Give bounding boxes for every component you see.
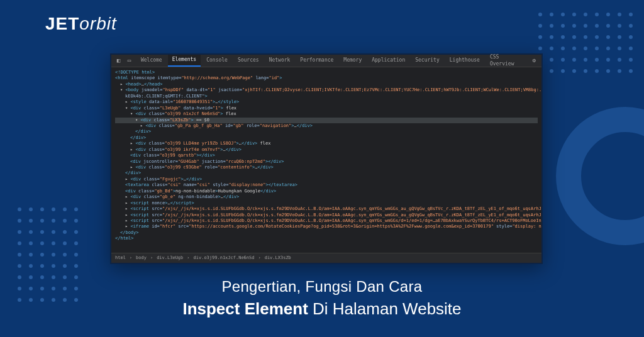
code-line[interactable]: ▸ <script nonce>…</script> bbox=[115, 201, 538, 206]
breadcrumb-separator: › bbox=[258, 255, 260, 261]
code-line[interactable]: ▸ <head>…</head> bbox=[115, 82, 538, 87]
caption-rest: Di Halaman Website bbox=[308, 299, 462, 318]
code-line[interactable]: </div> bbox=[115, 135, 538, 141]
devtools-tab-welcome[interactable]: Welcome bbox=[136, 55, 167, 67]
devtools-breadcrumb[interactable]: html › body › div.L3eUgb › div.o3j99.n1x… bbox=[111, 253, 541, 263]
code-line[interactable]: ▸ <iframe id="hfcr" src="https://account… bbox=[115, 224, 538, 229]
devtools-tab-lighthouse[interactable]: Lighthouse bbox=[445, 55, 484, 67]
code-line[interactable]: ▾ <body jsmodel="hspDDf" data-dt="1" jsa… bbox=[115, 87, 538, 93]
code-line[interactable]: ▸ <script src="/xjs/_/js/k=xjs.s.id.SLUF… bbox=[115, 213, 538, 218]
code-line[interactable]: <html itemscope itemtype="http://schema.… bbox=[115, 75, 538, 81]
devtools-tabbar: ◧ ▭ WelcomeElementsConsoleSourcesNetwork… bbox=[111, 55, 541, 67]
code-line[interactable]: ▸ <div class="o3j99 ikrT4e om7nvf">…</di… bbox=[115, 147, 538, 153]
code-line[interactable]: ▾ <div class="L3eUgb" data-hveid="1"> fl… bbox=[115, 106, 538, 111]
code-line[interactable]: ▸ <div class="gb_Pa gb_f gb_Ha" id="gb" … bbox=[115, 123, 538, 129]
devtools-tab-css-overview[interactable]: CSS Overview bbox=[486, 55, 528, 67]
code-line[interactable]: ▾ <div class="o3j99 n1xJcf Ne6nSd"> flex bbox=[115, 111, 538, 117]
code-line[interactable]: </body> bbox=[115, 230, 538, 236]
breadcrumb-item[interactable]: html bbox=[115, 255, 126, 261]
code-line[interactable]: ▸ <style data-iml="1660708649351">…</sty… bbox=[115, 99, 538, 105]
code-line[interactable]: <div class="o3j99 qarstb"></div> bbox=[115, 153, 538, 158]
code-line[interactable]: </html> bbox=[115, 236, 538, 241]
caption-strong: Inspect Element bbox=[182, 299, 308, 318]
devtools-tab-sources[interactable]: Sources bbox=[233, 55, 264, 67]
devtools-tab-console[interactable]: Console bbox=[202, 55, 232, 67]
logo-part2: orbit bbox=[79, 14, 116, 33]
logo-part1: JET bbox=[45, 14, 79, 33]
code-line[interactable]: <!DOCTYPE html> bbox=[115, 70, 538, 75]
breadcrumb-separator: › bbox=[130, 255, 132, 261]
devtools-window: ◧ ▭ WelcomeElementsConsoleSourcesNetwork… bbox=[110, 53, 543, 264]
device-toggle-icon[interactable]: ▭ bbox=[125, 56, 134, 66]
devtools-tab-memory[interactable]: Memory bbox=[339, 55, 366, 67]
breadcrumb-separator: › bbox=[187, 255, 189, 261]
devtools-tab-elements[interactable]: Elements bbox=[168, 55, 201, 67]
code-line[interactable]: <div class="gb_Bd">ng-non-bindable>Hubun… bbox=[115, 189, 538, 194]
code-line[interactable]: kEOk4b:.CLIENT;qGMTIf:.CLIENT"> bbox=[115, 94, 538, 99]
devtools-tab-application[interactable]: Application bbox=[367, 55, 409, 67]
breadcrumb-separator: › bbox=[150, 255, 153, 261]
ring-decoration bbox=[556, 107, 644, 245]
code-line[interactable]: </div> bbox=[115, 129, 538, 135]
caption: Pengertian, Fungsi Dan Cara Inspect Elem… bbox=[0, 278, 644, 319]
code-line[interactable]: ▸ <div class="o3j99 c93Gbe" role="conten… bbox=[115, 165, 538, 170]
brand-logo: JETorbit bbox=[45, 14, 117, 34]
breadcrumb-item[interactable]: div.LX3sZb bbox=[265, 255, 291, 261]
inspect-icon[interactable]: ◧ bbox=[114, 56, 123, 66]
code-line[interactable]: ▸ <div class="o3j99 LLD4me yr19Zb LS8OJ"… bbox=[115, 141, 538, 146]
caption-line2: Inspect Element Di Halaman Website bbox=[0, 299, 644, 319]
breadcrumb-item[interactable]: body bbox=[136, 255, 147, 261]
devtools-elements-panel[interactable]: <!DOCTYPE html><html itemscope itemtype=… bbox=[111, 67, 541, 253]
breadcrumb-item[interactable]: div.o3j99.n1xJcf.Ne6nSd bbox=[194, 255, 255, 261]
breadcrumb-item[interactable]: div.L3eUgb bbox=[157, 255, 183, 261]
settings-gear-icon[interactable]: ⚙ bbox=[530, 56, 539, 66]
code-line[interactable]: ▸ <div class="gb_e" ng-non-bindable>…</d… bbox=[115, 194, 538, 200]
devtools-tab-performance[interactable]: Performance bbox=[296, 55, 338, 67]
code-line[interactable]: ▸ <script src="/xjs/_/js/k=xjs.s.id.SLUF… bbox=[115, 218, 538, 224]
code-line[interactable]: ▾ <div class="LX3sZb"> == $0 bbox=[115, 118, 538, 123]
dot-grid-top-right bbox=[538, 13, 633, 73]
devtools-tab-security[interactable]: Security bbox=[411, 55, 444, 67]
code-line[interactable]: ▸ <div class="Fgvgjc">…</div> bbox=[115, 177, 538, 182]
code-line[interactable]: <textarea class="csi" name="csi" style="… bbox=[115, 182, 538, 188]
code-line[interactable]: <div jscontroller="GU4Gab" jsaction="rcu… bbox=[115, 159, 538, 165]
caption-line1: Pengertian, Fungsi Dan Cara bbox=[0, 278, 644, 296]
devtools-tab-network[interactable]: Network bbox=[265, 55, 295, 67]
code-line[interactable]: </div> bbox=[115, 170, 538, 176]
code-line[interactable]: ▸ <script src="/xjs/_/js/k=xjs.s.id.SLUF… bbox=[115, 206, 538, 212]
